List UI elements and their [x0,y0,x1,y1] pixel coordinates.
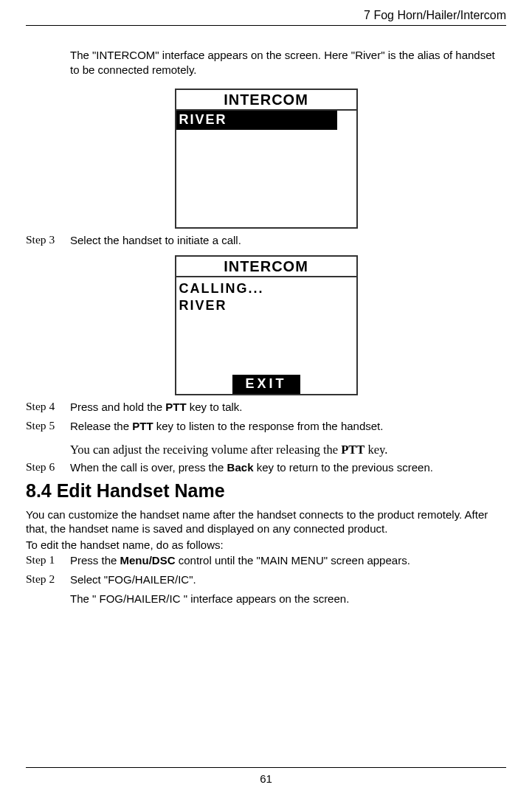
text-part-bold: PTT [132,420,153,432]
step-label-2: Step 2 [26,572,70,587]
text-part: control until the "MAIN MENU" screen app… [176,554,410,567]
step-text-3: Select the handset to initiate a call. [70,233,506,248]
lcd-screen-intercom-list: INTERCOM RIVER [175,89,358,229]
step-label-5: Step 5 [26,419,70,434]
lcd-row-selected: RIVER [176,111,337,130]
note-line: You can adjust the receiving volume afte… [70,443,506,457]
step-text-5: Release the PTT key to listen to the res… [70,419,506,434]
lcd-exit-button: EXIT [232,375,300,394]
step-2-subtext: The " FOG/HAILER/IC " interface appears … [70,592,506,605]
text-part-bold: Back [227,461,254,474]
page-footer: 61 [26,767,506,785]
text-part: When the call is over, press the [70,461,227,474]
lcd-title: INTERCOM [176,257,356,277]
paragraph-2: To edit the handset name, do as follows: [26,538,506,553]
page-header: 7 Fog Horn/Hailer/Intercom [26,9,506,26]
step-text-4: Press and hold the PTT key to talk. [70,400,506,415]
text-part-bold: PTT [341,443,365,457]
text-part-bold: PTT [165,401,186,413]
step-text-2: Select "FOG/HAILER/IC". [70,572,506,587]
text-part: key to return to the previous screen. [253,461,432,474]
lcd-title: INTERCOM [176,90,356,111]
text-part: key to listen to the response from the h… [153,420,384,432]
lcd-screen-calling: INTERCOM CALLING... RIVER EXIT [175,255,358,395]
step-label-1: Step 1 [26,553,70,568]
page-number: 61 [260,772,272,785]
lcd-row-calling: CALLING... [176,280,356,297]
text-part: Release the [70,420,132,432]
text-part-bold: Menu/DSC [120,554,176,567]
text-part: You can adjust the receiving volume afte… [70,443,341,457]
step-label-6: Step 6 [26,460,70,475]
text-part: Press the [70,554,120,567]
step-text-1: Press the Menu/DSC control until the "MA… [70,553,506,568]
section-heading: 8.4 Edit Handset Name [26,480,506,502]
lcd-row-river: RIVER [176,297,356,314]
text-part: key to talk. [187,401,243,413]
paragraph-1: You can customize the handset name after… [26,508,506,536]
text-part: Press and hold the [70,401,165,413]
text-part: key. [365,443,387,457]
intro-paragraph: The "INTERCOM" interface appears on the … [70,48,499,78]
step-text-6: When the call is over, press the Back ke… [70,460,506,475]
step-label-4: Step 4 [26,400,70,415]
step-label-3: Step 3 [26,233,70,248]
